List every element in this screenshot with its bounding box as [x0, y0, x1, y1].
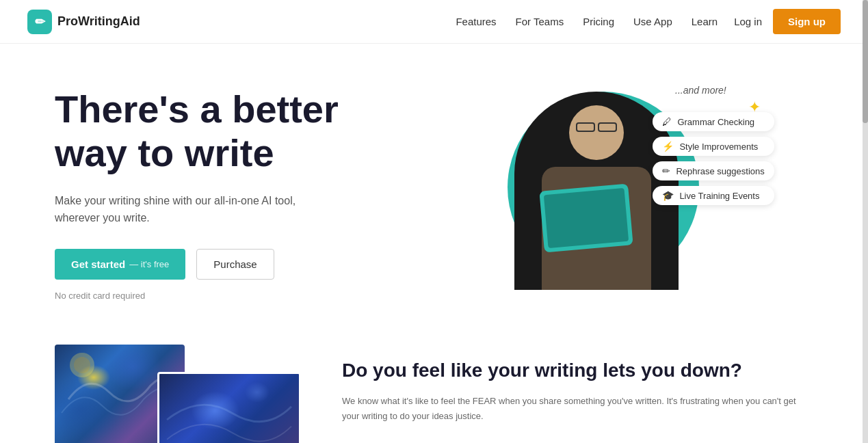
feature-pills: 🖊 Grammar Checking ⚡ Style Improvements … — [653, 112, 774, 205]
pill-style: ⚡ Style Improvements — [653, 137, 774, 156]
logo-area[interactable]: ✏ ProWritingAid — [27, 10, 140, 34]
lower-right: Do you feel like your writing lets you d… — [342, 345, 813, 425]
scrollbar[interactable] — [863, 0, 868, 443]
pill-grammar: 🖊 Grammar Checking — [653, 112, 774, 131]
login-link[interactable]: Log in — [734, 16, 762, 27]
brand-name: ProWritingAid — [57, 14, 140, 29]
free-label: — it's free — [129, 259, 169, 269]
nav-links: Features For Teams Pricing Use App Learn — [456, 16, 718, 27]
no-cc-text: No credit card required — [55, 291, 434, 301]
nav-features[interactable]: Features — [456, 16, 496, 27]
nav-pricing[interactable]: Pricing — [583, 16, 614, 27]
nav-use-app[interactable]: Use App — [633, 16, 672, 27]
style-icon: ⚡ — [662, 141, 674, 152]
lower-section: My idea in my head Do you feel like your… — [0, 331, 868, 443]
hero-subtitle: Make your writing shine with our all-in-… — [55, 192, 328, 227]
hero-illustration: ...and more! ✦ 🖊 Grammar Checking ⚡ Styl… — [494, 85, 754, 290]
nav-learn[interactable]: Learn — [692, 16, 718, 27]
scroll-thumb[interactable] — [863, 0, 868, 123]
training-icon: 🎓 — [662, 190, 674, 201]
get-started-button[interactable]: Get started — it's free — [55, 249, 185, 280]
and-more-text: ...and more! — [675, 85, 726, 96]
lower-description: We know what it's like to feel the FEAR … — [342, 394, 813, 424]
signup-button[interactable]: Sign up — [773, 9, 841, 34]
hero-right: ...and more! ✦ 🖊 Grammar Checking ⚡ Styl… — [434, 85, 814, 304]
logo-icon: ✏ — [27, 10, 52, 34]
rephrase-icon: ✏ — [662, 165, 670, 176]
lower-image-area: My idea in my head — [55, 345, 287, 443]
hero-section: There's a better way to write Make your … — [0, 44, 868, 331]
nav-for-teams[interactable]: For Teams — [516, 16, 564, 27]
svg-point-1 — [74, 357, 90, 373]
navbar: ✏ ProWritingAid Features For Teams Prici… — [0, 0, 868, 44]
hero-buttons: Get started — it's free Purchase — [55, 249, 434, 280]
pill-training: 🎓 Live Training Events — [653, 186, 774, 205]
lower-title: Do you feel like your writing lets you d… — [342, 358, 813, 383]
pill-rephrase: ✏ Rephrase suggestions — [653, 161, 774, 180]
purchase-button[interactable]: Purchase — [196, 249, 274, 280]
hero-left: There's a better way to write Make your … — [55, 88, 434, 301]
painting-second — [157, 372, 301, 443]
hero-title: There's a better way to write — [55, 88, 434, 176]
grammar-icon: 🖊 — [662, 116, 672, 127]
